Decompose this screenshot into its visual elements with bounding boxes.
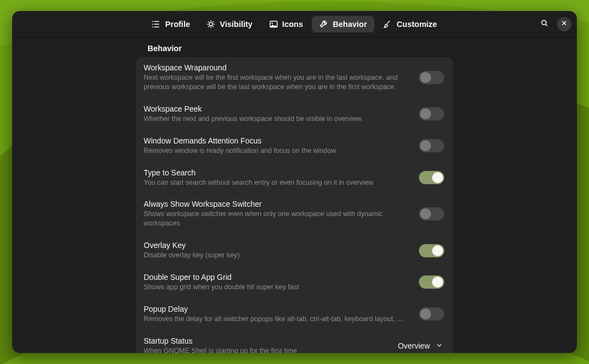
close-icon <box>560 19 568 29</box>
search-button[interactable] <box>537 17 552 31</box>
row-title: Always Show Workspace Switcher <box>144 200 410 208</box>
row-text: Window Demands Attention Focus Removes w… <box>144 136 410 156</box>
row-type-to-search: Type to Search You can start search with… <box>136 162 453 194</box>
tab-label: Behavior <box>332 20 367 29</box>
section-title: Behavior <box>148 43 577 57</box>
row-title: Workspace Peek <box>144 104 410 113</box>
row-popup-delay: Popup Delay Removes the delay for all sw… <box>136 299 453 330</box>
svg-point-4 <box>209 22 212 25</box>
svg-point-2 <box>152 24 154 25</box>
row-title: Workspace Wraparound <box>144 63 410 72</box>
svg-point-6 <box>271 22 273 24</box>
row-text: Double Super to App Grid Shows app grid … <box>144 273 410 292</box>
row-subtitle: Whether the next and previous workspace … <box>144 114 410 124</box>
row-text: Overlay Key Disable overlay key (super k… <box>144 241 410 260</box>
row-title: Popup Delay <box>144 305 410 313</box>
svg-point-7 <box>542 20 546 25</box>
close-button[interactable] <box>557 17 571 31</box>
row-subtitle: Disable overlay key (super key) <box>144 251 410 260</box>
select-value: Overview <box>398 341 430 350</box>
toggle-type-to-search[interactable] <box>419 171 444 184</box>
row-text: Popup Delay Removes the delay for all sw… <box>144 305 410 324</box>
chevron-down-icon <box>435 341 443 351</box>
row-startup-status: Startup Status When GNOME Shell is start… <box>136 330 453 353</box>
row-subtitle: Shows workspace switcher even when only … <box>144 209 410 228</box>
row-window-demands-attention: Window Demands Attention Focus Removes w… <box>136 130 453 162</box>
row-title: Window Demands Attention Focus <box>144 136 410 145</box>
tab-profile[interactable]: Profile <box>144 16 198 32</box>
toggle-always-show-workspace-switcher[interactable] <box>419 207 444 220</box>
brush-icon <box>384 20 392 29</box>
toggle-workspace-wraparound[interactable] <box>419 71 444 84</box>
row-title: Overlay Key <box>144 241 410 250</box>
row-subtitle: Next workspace will be the first workspa… <box>144 73 410 92</box>
toggle-workspace-peek[interactable] <box>419 107 444 120</box>
tab-label: Visibility <box>220 20 252 29</box>
svg-point-1 <box>152 21 154 22</box>
tab-customize[interactable]: Customize <box>376 16 445 32</box>
wrench-icon <box>319 20 328 29</box>
row-workspace-peek: Workspace Peek Whether the next and prev… <box>136 98 453 130</box>
tab-label: Profile <box>165 20 190 29</box>
tab-icons[interactable]: Icons <box>261 16 311 32</box>
row-text: Startup Status When GNOME Shell is start… <box>144 337 389 353</box>
toggle-double-super-app-grid[interactable] <box>419 275 444 289</box>
row-subtitle: Removes window is ready notification and… <box>144 146 410 156</box>
tab-visibility[interactable]: Visibility <box>199 16 260 32</box>
tab-label: Customize <box>397 20 437 29</box>
tab-behavior[interactable]: Behavior <box>312 16 374 32</box>
settings-window: Profile Visibility Icons Behavior <box>12 11 577 353</box>
row-text: Workspace Peek Whether the next and prev… <box>144 104 410 124</box>
row-title: Double Super to App Grid <box>144 273 410 282</box>
row-workspace-wraparound: Workspace Wraparound Next workspace will… <box>136 57 453 98</box>
image-icon <box>269 20 278 29</box>
svg-point-3 <box>152 26 154 27</box>
row-subtitle: Removes the delay for all switcher popup… <box>144 315 410 324</box>
row-title: Startup Status <box>144 337 389 345</box>
titlebar: Profile Visibility Icons Behavior <box>12 11 577 37</box>
row-always-show-workspace-switcher: Always Show Workspace Switcher Shows wor… <box>136 194 453 235</box>
sun-icon <box>206 20 215 29</box>
row-double-super-app-grid: Double Super to App Grid Shows app grid … <box>136 267 453 299</box>
row-text: Type to Search You can start search with… <box>144 168 410 187</box>
row-title: Type to Search <box>144 168 410 177</box>
row-text: Workspace Wraparound Next workspace will… <box>144 63 410 92</box>
content-area: Behavior Workspace Wraparound Next works… <box>12 37 577 353</box>
toggle-window-demands-attention[interactable] <box>419 139 444 152</box>
behavior-list: Workspace Wraparound Next workspace will… <box>136 57 453 353</box>
tab-bar: Profile Visibility Icons Behavior <box>144 16 445 32</box>
toggle-overlay-key[interactable] <box>419 244 444 257</box>
row-subtitle: When GNOME Shell is starting up for the … <box>144 346 389 353</box>
tab-label: Icons <box>282 20 303 29</box>
toggle-popup-delay[interactable] <box>419 307 444 321</box>
row-text: Always Show Workspace Switcher Shows wor… <box>144 200 410 228</box>
list-icon <box>152 20 161 29</box>
row-subtitle: You can start search without search entr… <box>144 178 410 187</box>
window-controls <box>537 17 571 31</box>
row-subtitle: Shows app grid when you double hit super… <box>144 283 410 292</box>
search-icon <box>541 19 548 29</box>
select-startup-status[interactable]: Overview <box>398 341 444 351</box>
row-overlay-key: Overlay Key Disable overlay key (super k… <box>136 235 453 267</box>
